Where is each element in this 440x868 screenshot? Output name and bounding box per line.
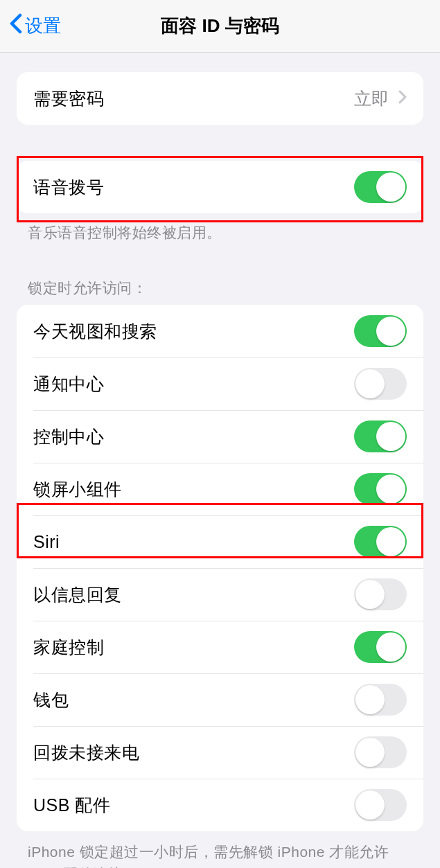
voice-dial-group: 语音拨号 [17, 161, 423, 213]
voice-dial-label: 语音拨号 [33, 176, 354, 199]
nav-bar: 设置 面容 ID 与密码 [0, 0, 440, 53]
lock-access-label: 回拨未接来电 [33, 741, 354, 764]
lock-access-row: 钱包 [17, 673, 423, 726]
lock-access-label: 通知中心 [33, 373, 354, 396]
lock-access-label: 控制中心 [33, 425, 354, 448]
lock-access-label: 锁屏小组件 [33, 478, 354, 501]
require-passcode-row[interactable]: 需要密码 立即 [17, 72, 423, 125]
lock-access-switch[interactable] [354, 631, 407, 663]
lock-access-switch[interactable] [354, 736, 407, 768]
lock-access-label: Siri [33, 532, 354, 552]
lock-access-row: 今天视图和搜索 [17, 305, 423, 357]
lock-access-group: 今天视图和搜索通知中心控制中心锁屏小组件Siri以信息回复家庭控制钱包回拨未接来… [17, 305, 423, 831]
require-passcode-value: 立即 [354, 87, 389, 110]
lock-access-row: Siri [17, 515, 423, 568]
voice-dial-footer: 音乐语音控制将始终被启用。 [28, 223, 412, 242]
require-passcode-label: 需要密码 [33, 87, 354, 110]
lock-access-row: 控制中心 [17, 410, 423, 463]
chevron-right-icon [398, 90, 407, 107]
require-passcode-group: 需要密码 立即 [17, 72, 423, 125]
lock-access-header: 锁定时允许访问： [28, 278, 412, 298]
lock-access-label: 今天视图和搜索 [33, 320, 354, 343]
lock-access-label: 钱包 [33, 689, 354, 711]
lock-access-switch[interactable] [354, 420, 407, 452]
nav-back-button[interactable]: 设置 [10, 13, 61, 39]
lock-access-switch[interactable] [354, 578, 407, 610]
lock-access-switch[interactable] [354, 473, 407, 505]
lock-access-label: USB 配件 [33, 794, 354, 817]
lock-access-label: 以信息回复 [33, 583, 354, 606]
lock-access-row: 回拨未接来电 [17, 726, 423, 779]
lock-access-row: 锁屏小组件 [17, 463, 423, 515]
lock-access-row: USB 配件 [17, 779, 423, 831]
voice-dial-row: 语音拨号 [17, 161, 423, 213]
lock-access-row: 家庭控制 [17, 621, 423, 673]
lock-access-switch[interactable] [354, 526, 407, 558]
lock-access-footer: iPhone 锁定超过一小时后，需先解锁 iPhone 才能允许USB 配件连接… [28, 841, 412, 868]
nav-title: 面容 ID 与密码 [0, 14, 440, 38]
lock-access-switch[interactable] [354, 368, 407, 400]
lock-access-row: 通知中心 [17, 357, 423, 410]
voice-dial-switch[interactable] [354, 171, 407, 203]
lock-access-switch[interactable] [354, 684, 407, 716]
lock-access-label: 家庭控制 [33, 636, 354, 659]
lock-access-row: 以信息回复 [17, 568, 423, 621]
chevron-left-icon [10, 13, 22, 39]
nav-back-label: 设置 [25, 14, 61, 38]
lock-access-switch[interactable] [354, 315, 407, 347]
lock-access-switch[interactable] [354, 789, 407, 821]
